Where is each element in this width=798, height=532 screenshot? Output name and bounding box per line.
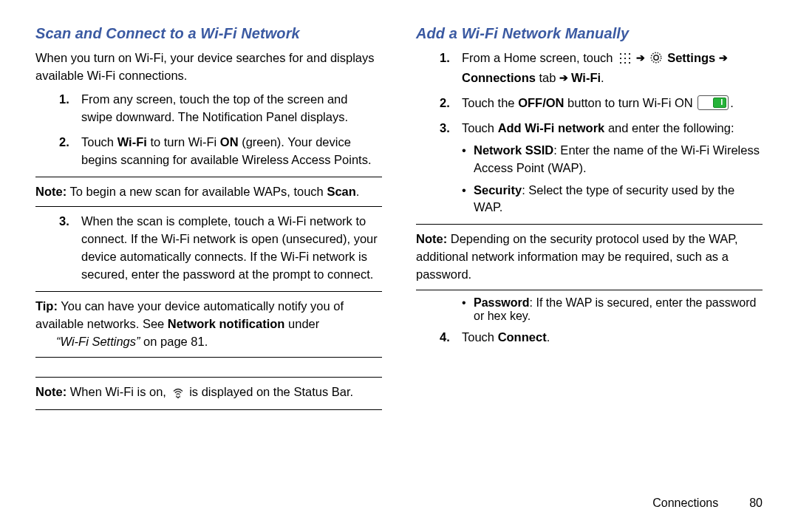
m2-d: . xyxy=(730,96,734,109)
m3-a: Touch xyxy=(462,121,498,134)
manual-page: Scan and Connect to a Wi-Fi Network When… xyxy=(0,0,798,532)
step-2-wifi: Wi-Fi xyxy=(117,135,147,149)
m3-c: and enter the following: xyxy=(604,121,734,134)
divider xyxy=(35,291,382,292)
m4-a: Touch xyxy=(462,330,498,344)
mstep-3-bullets: Network SSID: Enter the name of the Wi-F… xyxy=(462,142,763,217)
bullet-password: Password: If the WAP is secured, enter t… xyxy=(462,296,763,323)
note1-c: . xyxy=(356,185,360,198)
tip-label: Tip: xyxy=(35,299,58,313)
step-2: Touch Wi-Fi to turn Wi-Fi ON (green). Yo… xyxy=(35,134,382,169)
step-3-text: When the scan is complete, touch a Wi-Fi… xyxy=(81,214,378,281)
manual-steps: From a Home screen, touch ➔ Settings ➔ C… xyxy=(416,50,763,216)
divider xyxy=(35,177,382,177)
note-security-protocol: Note: Depending on the security protocol… xyxy=(416,231,763,284)
bullet-security: Security: Select the type of security us… xyxy=(462,182,763,217)
intro-paragraph: When you turn on Wi-Fi, your device sear… xyxy=(35,50,382,85)
m2-c: button to turn Wi-Fi ON xyxy=(564,96,696,109)
rnote-label: Note: xyxy=(416,232,447,245)
note1-a: To begin a new scan for available WAPs, … xyxy=(66,185,327,198)
step-1: From any screen, touch the top of the sc… xyxy=(35,91,382,126)
b-sec-label: Security xyxy=(474,183,522,197)
divider xyxy=(416,224,763,225)
arrow-icon: ➔ xyxy=(636,52,648,64)
spacer xyxy=(35,364,382,371)
rnote-text: Depending on the security protocol used … xyxy=(416,232,738,281)
note2-a: When Wi-Fi is on, xyxy=(66,385,169,398)
svg-point-0 xyxy=(651,52,661,63)
two-column-layout: Scan and Connect to a Wi-Fi Network When… xyxy=(35,25,763,489)
step-2-a: Touch xyxy=(81,135,117,149)
footer-page-number: 80 xyxy=(732,497,763,510)
tip-e: on page 81. xyxy=(140,335,208,348)
page-footer: Connections 80 xyxy=(35,489,763,510)
divider xyxy=(416,290,763,290)
tip-wifi-settings: “Wi-Fi Settings” xyxy=(56,335,140,348)
settings-icon xyxy=(649,51,663,69)
m2-offon: OFF/ON xyxy=(518,96,564,109)
svg-point-1 xyxy=(653,55,658,60)
step-3: When the scan is complete, touch a Wi-Fi… xyxy=(35,213,382,284)
note2-label: Note: xyxy=(35,385,66,398)
m4-connect: Connect xyxy=(498,330,547,344)
m1-settings: Settings xyxy=(667,51,715,64)
divider xyxy=(35,357,382,358)
mstep-2: Touch the OFF/ON button to turn Wi-Fi ON… xyxy=(416,95,763,112)
b-pwd-label: Password xyxy=(474,296,530,309)
bullet-ssid: Network SSID: Enter the name of the Wi-F… xyxy=(462,142,763,177)
heading-scan-connect: Scan and Connect to a Wi-Fi Network xyxy=(35,25,382,42)
bullet-password-list: Password: If the WAP is secured, enter t… xyxy=(462,296,763,323)
step-2-on: ON xyxy=(220,135,239,149)
mstep-1: From a Home screen, touch ➔ Settings ➔ C… xyxy=(416,50,763,87)
m3-add: Add Wi-Fi network xyxy=(498,121,605,134)
step-1-text: From any screen, touch the top of the sc… xyxy=(81,92,348,123)
tip-netnotif: Network notification xyxy=(168,317,285,330)
right-column: Add a Wi-Fi Network Manually From a Home… xyxy=(416,25,763,489)
toggle-on-icon xyxy=(698,95,729,110)
b-ssid-label: Network SSID xyxy=(474,143,553,157)
m2-a: Touch the xyxy=(462,96,518,109)
m1-connections: Connections xyxy=(462,71,536,84)
divider xyxy=(35,377,382,378)
m4-c: . xyxy=(547,330,550,344)
manual-steps-4: Touch Connect. xyxy=(416,329,763,347)
apps-icon xyxy=(618,51,631,64)
mstep-3: Touch Add Wi-Fi network and enter the fo… xyxy=(416,120,763,217)
mstep-4: Touch Connect. xyxy=(416,329,763,347)
arrow-icon: ➔ xyxy=(559,72,571,83)
left-column: Scan and Connect to a Wi-Fi Network When… xyxy=(35,25,382,489)
after-note-block: Password: If the WAP is secured, enter t… xyxy=(416,296,763,323)
footer-section: Connections xyxy=(652,497,718,509)
tip-network-notification: Tip: You can have your device automatica… xyxy=(35,298,382,351)
note-label: Note: xyxy=(35,185,66,198)
note2-b: is displayed on the Status Bar. xyxy=(189,385,353,398)
m1-end: . xyxy=(601,71,604,84)
heading-add-manually: Add a Wi-Fi Network Manually xyxy=(416,25,763,42)
arrow-icon: ➔ xyxy=(719,52,728,64)
note-new-scan: Note: To begin a new scan for available … xyxy=(35,183,382,201)
wifi-icon xyxy=(171,386,185,403)
scan-steps-1-2: From any screen, touch the top of the sc… xyxy=(35,91,382,169)
divider xyxy=(35,206,382,207)
scan-steps-3: When the scan is complete, touch a Wi-Fi… xyxy=(35,213,382,284)
tip-c: under xyxy=(284,317,319,330)
step-2-c: to turn Wi-Fi xyxy=(147,135,220,149)
note-status-bar: Note: When Wi-Fi is on, is displayed on … xyxy=(35,383,382,403)
divider xyxy=(35,409,382,410)
m1-a: From a Home screen, touch xyxy=(462,51,616,64)
note1-scan: Scan xyxy=(327,185,355,198)
m1-wifi: Wi-Fi xyxy=(571,71,601,84)
m1-tab: tab xyxy=(536,71,559,84)
